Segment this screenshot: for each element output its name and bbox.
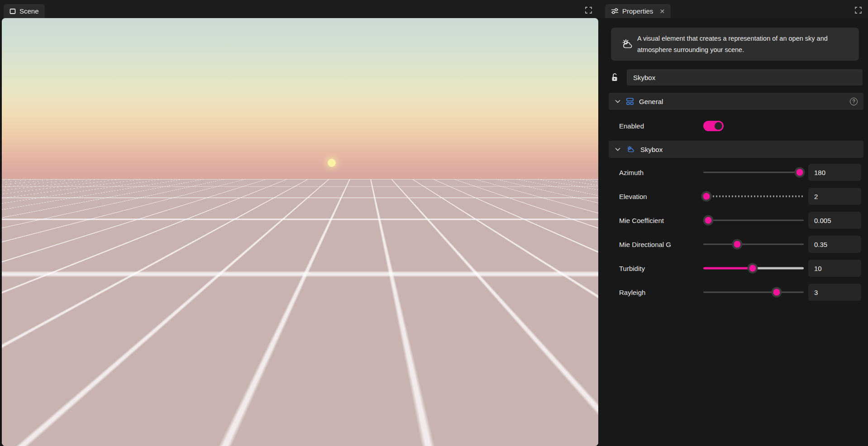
slider-row-elevation: Elevation 2: [619, 188, 861, 205]
keycap-e: E: [106, 435, 116, 445]
window-icon: [10, 8, 16, 14]
toolbar-item-rotate-right[interactable]: E Rotate Right: [106, 435, 163, 445]
properties-tabbar: Properties ✕: [598, 0, 868, 18]
sun-cloud-icon: [617, 38, 637, 51]
help-icon[interactable]: ?: [850, 98, 858, 105]
section-title-general: General: [639, 98, 663, 105]
axis-z-label: Z: [558, 397, 561, 403]
tab-properties[interactable]: Properties ✕: [605, 4, 671, 18]
sun: [328, 159, 336, 167]
gizmo-center: [562, 394, 564, 395]
enabled-row: Enabled: [619, 118, 863, 134]
enabled-toggle[interactable]: [703, 121, 724, 131]
name-row: [610, 69, 863, 86]
axis-neg-x[interactable]: [539, 393, 547, 401]
section-header-general[interactable]: General ?: [609, 93, 863, 110]
rayleigh-label: Rayleigh: [619, 289, 703, 296]
chevron-down-icon: [615, 146, 621, 152]
axis-y-label: Y: [559, 378, 563, 384]
mie-coefficient-slider[interactable]: [703, 214, 804, 226]
close-tab-icon[interactable]: ✕: [659, 8, 665, 14]
elevation-label: Elevation: [619, 193, 703, 200]
toolbar-item-deselect-all[interactable]: Esc Deselect All: [207, 435, 264, 445]
keycap-g: G: [170, 435, 179, 445]
app-root: Scene Properties ✕: [0, 0, 868, 446]
viewport-toolbar: F Focus Q Rotate Left E Rotate Right G G…: [7, 435, 264, 445]
properties-panel: A visual element that creates a represen…: [598, 18, 868, 446]
toggle-knob: [715, 122, 722, 130]
component-description: A visual element that creates a represen…: [637, 33, 854, 56]
toolbar-label: Deselect All: [224, 436, 264, 445]
expand-scene-icon[interactable]: [585, 7, 592, 14]
section-header-skybox[interactable]: Skybox: [609, 141, 863, 158]
slider-row-mie-directional-g: Mie Directional G 0.35: [619, 236, 861, 253]
skybox-section-icon: [626, 145, 635, 154]
axis-x-label: X: [577, 394, 581, 401]
slider-handle[interactable]: [747, 263, 758, 274]
slider-handle[interactable]: [795, 167, 805, 178]
slider-handle[interactable]: [772, 287, 782, 298]
toolbar-label: Rotate Right: [120, 436, 163, 445]
general-section-icon: [626, 97, 634, 105]
mie-directional-g-label: Mie Directional G: [619, 241, 703, 248]
slider-row-turbidity: Turbidity 10: [619, 260, 861, 277]
scene-viewport[interactable]: Y X Z F Focus Q Rotate Left E Rotate Rig…: [2, 18, 598, 446]
section-title-skybox: Skybox: [640, 146, 663, 153]
toolbar-item-grab[interactable]: G Grab: [170, 435, 200, 445]
toolbar-item-focus[interactable]: F Focus: [7, 435, 42, 445]
skybox-sky: [2, 18, 598, 186]
axis-gizmo[interactable]: Y X Z: [536, 375, 586, 425]
toolbar-label: Focus: [21, 436, 42, 445]
axis-neg-y[interactable]: [557, 411, 565, 419]
elevation-value[interactable]: 2: [808, 188, 861, 205]
elevation-slider[interactable]: [703, 190, 804, 202]
enabled-label: Enabled: [619, 122, 703, 130]
azimuth-label: Azimuth: [619, 169, 703, 176]
toolbar-label: Grab: [183, 436, 200, 445]
keycap-q: Q: [48, 435, 58, 445]
tab-scene-label: Scene: [19, 7, 39, 15]
tab-scene[interactable]: Scene: [4, 4, 45, 18]
slider-handle[interactable]: [703, 215, 714, 226]
turbidity-value[interactable]: 10: [808, 260, 861, 277]
keycap-f: F: [7, 435, 17, 445]
slider-row-mie-coefficient: Mie Coefficient 0.005: [619, 212, 861, 229]
keycap-esc: Esc: [207, 435, 220, 445]
scene-tabbar: Scene: [0, 0, 598, 18]
slider-row-rayleigh: Rayleigh 3: [619, 284, 861, 301]
azimuth-slider[interactable]: [703, 166, 804, 178]
slider-row-azimuth: Azimuth 180: [619, 164, 861, 181]
azimuth-value[interactable]: 180: [808, 164, 861, 181]
rayleigh-value[interactable]: 3: [808, 284, 861, 301]
skybox-sliders: Azimuth 180 Elevation 2 Mie Coefficient: [619, 164, 861, 301]
slider-handle[interactable]: [701, 191, 711, 202]
mie-directional-g-slider[interactable]: [703, 238, 804, 250]
turbidity-label: Turbidity: [619, 265, 703, 272]
component-description-card: A visual element that creates a represen…: [611, 28, 859, 61]
tab-properties-label: Properties: [622, 7, 653, 15]
entity-name-input[interactable]: [627, 69, 863, 85]
rayleigh-slider[interactable]: [703, 286, 804, 298]
mie-coefficient-label: Mie Coefficient: [619, 217, 703, 224]
expand-properties-icon[interactable]: [855, 7, 862, 14]
mie-directional-g-value[interactable]: 0.35: [808, 236, 861, 253]
turbidity-slider[interactable]: [703, 262, 804, 274]
mie-coefficient-value[interactable]: 0.005: [808, 212, 861, 229]
unlock-icon[interactable]: [610, 73, 619, 82]
horizon-haze: [2, 179, 598, 233]
toolbar-item-rotate-left[interactable]: Q Rotate Left: [48, 435, 100, 445]
chevron-down-icon: [615, 98, 621, 104]
toolbar-label: Rotate Left: [62, 436, 100, 445]
ground-grid: [2, 179, 598, 446]
slider-handle[interactable]: [732, 239, 743, 250]
sliders-icon: [611, 8, 619, 14]
